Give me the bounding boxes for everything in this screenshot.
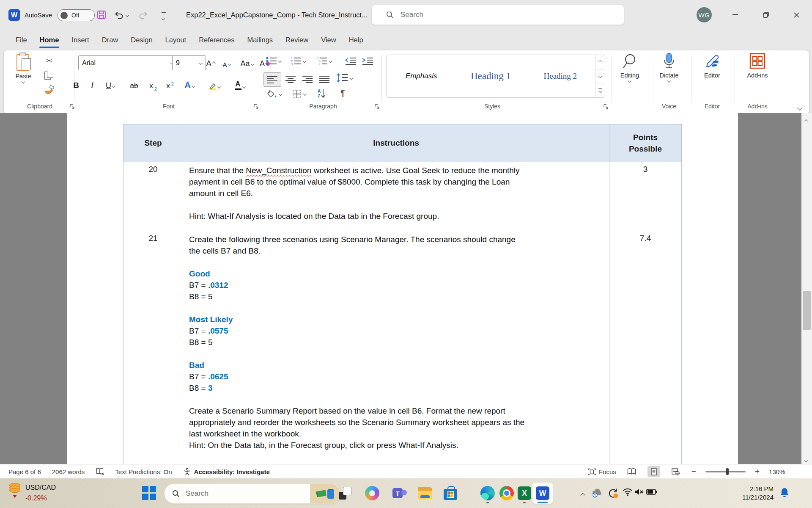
undo-dropdown-chevron-icon[interactable]	[126, 14, 129, 17]
align-center-button[interactable]	[283, 72, 298, 86]
accessibility-status[interactable]: Accessibility: Investigate	[183, 468, 270, 476]
autosave-toggle[interactable]: Off	[58, 9, 95, 21]
taskbar-app-task-view[interactable]	[335, 483, 355, 504]
word-count[interactable]: 2062 words	[52, 468, 85, 475]
zoom-in-button[interactable]: +	[755, 467, 760, 476]
vertical-scrollbar[interactable]	[801, 113, 812, 464]
font-size-combobox[interactable]: 9	[172, 55, 206, 70]
tab-insert[interactable]: Insert	[65, 30, 95, 50]
scroll-up-arrow-icon[interactable]	[805, 116, 807, 124]
justify-button[interactable]	[317, 72, 332, 86]
tab-draw[interactable]: Draw	[96, 30, 125, 50]
styles-gallery-more-button[interactable]	[595, 83, 605, 97]
start-button[interactable]	[142, 486, 156, 500]
tab-home[interactable]: Home	[33, 30, 66, 50]
tab-design[interactable]: Design	[124, 30, 159, 50]
tray-show-hidden-button[interactable]	[581, 491, 584, 499]
tab-review[interactable]: Review	[279, 30, 315, 50]
superscript-button[interactable]: x2	[163, 77, 177, 91]
widget-change[interactable]: -0.29%	[25, 493, 56, 503]
line-spacing-button[interactable]	[336, 73, 353, 83]
dictate-button[interactable]: Dictate	[654, 52, 684, 82]
tab-layout[interactable]: Layout	[159, 30, 193, 50]
paragraph-dialog-launcher[interactable]	[374, 104, 380, 110]
document-page[interactable]: Step Instructions Points Possible 20Ensu…	[67, 113, 738, 464]
notifications-bell-button[interactable]	[779, 487, 790, 498]
focus-mode-button[interactable]: Focus	[588, 468, 616, 475]
proofing-errors-button[interactable]	[96, 468, 104, 475]
shading-button[interactable]	[267, 89, 282, 99]
zoom-slider[interactable]	[705, 471, 746, 472]
taskbar-app-teams[interactable]: T	[390, 483, 410, 504]
undo-button[interactable]	[114, 11, 129, 19]
restore-button[interactable]	[755, 8, 776, 22]
print-layout-button[interactable]	[647, 466, 660, 477]
tab-view[interactable]: View	[315, 30, 342, 50]
styles-dialog-launcher[interactable]	[603, 104, 609, 110]
highlight-color-button[interactable]	[204, 77, 225, 91]
copy-button[interactable]	[44, 70, 54, 80]
subscript-button[interactable]: x2	[146, 77, 160, 91]
taskbar-app-file-explorer[interactable]	[415, 483, 435, 504]
volume-muted-tray-icon[interactable]	[634, 488, 645, 496]
clipboard-dialog-launcher[interactable]	[69, 104, 75, 110]
sort-button[interactable]: AZ	[318, 88, 326, 99]
read-mode-button[interactable]	[625, 466, 638, 477]
editing-group-button[interactable]: Editing	[616, 52, 644, 82]
font-color-button[interactable]: A	[230, 77, 250, 91]
italic-button[interactable]: I	[87, 77, 98, 91]
scrollbar-thumb[interactable]	[803, 291, 811, 330]
onedrive-tray-icon[interactable]	[591, 488, 603, 498]
style-emphasis[interactable]: Emphasis	[387, 72, 456, 80]
style-heading-1[interactable]: Heading 1	[456, 71, 525, 82]
paste-dropdown-chevron-icon[interactable]	[22, 80, 25, 83]
font-dialog-launcher[interactable]	[253, 104, 259, 110]
widgets-button[interactable]	[9, 483, 20, 498]
taskbar-app-edge[interactable]	[477, 483, 498, 504]
taskbar-app-chrome[interactable]	[497, 483, 517, 504]
page-indicator[interactable]: Page 6 of 6	[8, 468, 41, 475]
word-app-icon[interactable]: W	[8, 9, 20, 21]
shrink-font-button[interactable]: A	[219, 55, 234, 69]
widget-ticker[interactable]: USD/CAD	[25, 482, 56, 493]
change-case-button[interactable]: Aa	[237, 55, 257, 69]
decrease-indent-button[interactable]	[345, 56, 357, 66]
zoom-out-button[interactable]: −	[691, 467, 696, 476]
taskbar-search-input[interactable]	[185, 489, 280, 498]
paste-button[interactable]: Paste	[10, 52, 37, 83]
style-heading-2[interactable]: Heading 2	[526, 72, 595, 81]
text-effects-button[interactable]: A	[180, 77, 199, 91]
borders-button[interactable]	[292, 89, 306, 99]
web-layout-button[interactable]	[669, 466, 682, 477]
align-right-button[interactable]	[300, 72, 315, 86]
taskbar-app-excel[interactable]: X	[514, 483, 535, 504]
save-button[interactable]	[96, 10, 107, 20]
close-button[interactable]	[786, 8, 807, 22]
title-search-box[interactable]	[371, 5, 624, 25]
styles-scroll-down-button[interactable]	[595, 69, 605, 84]
tab-help[interactable]: Help	[343, 30, 370, 50]
collapse-ribbon-chevron[interactable]	[798, 104, 801, 111]
font-family-combobox[interactable]: Arial	[78, 55, 177, 70]
clock[interactable]: 2:16 PM 11/21/2024	[733, 485, 774, 502]
wifi-tray-icon[interactable]	[623, 488, 633, 496]
multilevel-list-button[interactable]: 1 a i	[317, 56, 332, 66]
search-input[interactable]	[400, 10, 528, 19]
grow-font-button[interactable]: A	[203, 55, 218, 69]
show-hide-paragraph-button[interactable]: ¶	[340, 88, 345, 98]
text-predictions-status[interactable]: Text Predictions: On	[115, 468, 172, 475]
battery-tray-icon[interactable]	[646, 489, 657, 495]
taskbar-app-microsoft-store[interactable]	[440, 483, 461, 504]
bold-button[interactable]: B	[70, 77, 82, 91]
format-painter-button[interactable]	[44, 85, 55, 95]
taskbar-app-word[interactable]: W	[532, 483, 553, 504]
update-sync-tray-icon[interactable]	[608, 488, 619, 499]
numbering-button[interactable]: 1 2 3	[291, 56, 306, 66]
underline-button[interactable]: U	[101, 77, 120, 91]
increase-indent-button[interactable]	[362, 56, 373, 66]
editor-button[interactable]: Editor	[697, 52, 727, 79]
minimize-button[interactable]	[724, 8, 746, 22]
scroll-down-arrow-icon[interactable]	[805, 456, 807, 464]
redo-button[interactable]	[139, 11, 148, 19]
account-avatar[interactable]: WG	[697, 7, 712, 22]
